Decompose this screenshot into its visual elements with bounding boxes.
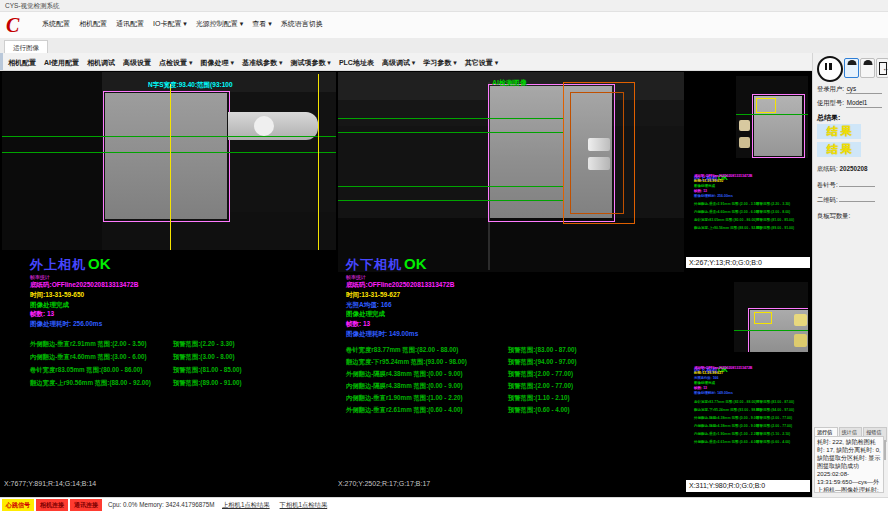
result-box-bottom: 结 果 [817,142,861,157]
guide-line-green [338,186,563,187]
logout-button[interactable]: ← [876,58,888,78]
guide-line-yellow [170,84,171,250]
log-scrollbar[interactable] [884,440,886,460]
measurement-row: 外侧翻边-垂直r2.91mm 范围:(2.00 - 3.50) 预警范围:(2.… [30,340,330,353]
camera-panel-bottom-right: 内下相机OK 底纸码:OFFline2025020813313472B时间:13… [686,270,810,492]
status-badge: 相机连接 [36,499,68,511]
qr-code-value [839,200,875,202]
overlay-info-left: 底纸码:OFFline2025020813313472B时间:13-31-59-… [30,280,138,329]
menu-item[interactable]: IO卡配置 ▾ [153,20,187,27]
guide-line-yellow [318,74,319,250]
toolbar-button[interactable]: 高级设置 [123,59,151,66]
roi-outline-pink [103,91,230,222]
guide-line-green [338,132,563,133]
admin-user-button[interactable] [860,58,875,78]
toolbar-accent [0,53,3,70]
camera-image-middle[interactable]: AI检测图像 [338,72,684,272]
measurement-row: 翻边宽度-下r95.24mm 范围:(93.00 - 98.00) 预警范围:(… [346,358,676,370]
toolbar-button[interactable]: 学习参数 ▾ [423,59,456,66]
app-window: CYS-视觉检测系统 C 系统配置相机配置通讯配置IO卡配置 ▾光源控制配置 ▾… [0,0,888,522]
run-log[interactable]: 耗时: 222, 缺陷检图耗时: 17, 缺陷分离耗时: 0, 缺陷提取分区耗时… [814,436,884,493]
guide-line-green [2,136,336,137]
app-logo-icon: C [6,14,36,38]
toolbar-button[interactable]: 高级调试 ▾ [382,59,415,66]
person-icon [863,59,872,65]
guide-line-green [338,200,563,201]
menu-items: 系统配置相机配置通讯配置IO卡配置 ▾光源控制配置 ▾查看 ▾系统语言切换 [42,19,332,29]
overlay-info-middle: 底纸码:OFFline2025020813313472B时间:13-31-59-… [346,280,454,339]
result-ok-label: OK [404,255,427,272]
window-title: CYS-视觉检测系统 [5,2,60,9]
camera-panel-left: N字S宽度:93.40:范围(93:100 外上相机OK 帧率统计 底纸码:OF… [2,72,336,492]
overlay-info-line: 帧数: 13 [346,319,454,329]
login-user-value: cys [846,85,882,94]
pixel-coords-left: X:7677;Y:891;R:14;G:14;B:14 [4,480,96,487]
overlay-info-line: 图像处理完成 [30,300,138,310]
qr-code-row: 二维码: [817,196,875,205]
camera-image-left[interactable]: N字S宽度:93.40:范围(93:100 [2,72,336,250]
camera-name-label: 外下相机 [346,257,402,272]
overlay-info-line: 底纸码:OFFline2025020813313472B [346,280,454,290]
result-box-top: 结 果 [817,124,861,139]
measurement-list-left: 外侧翻边-垂直r2.91mm 范围:(2.00 - 3.50) 预警范围:(2.… [30,340,330,392]
overlay-info-line: 光照A均值: 166 [346,300,454,310]
measurement-row: 内侧翻边-垂直r1.90mm 范围:(1.00 - 2.20) 预警范围:(1.… [346,394,676,406]
pixel-coords-bottom-right: X:311;Y:980;R:0;G:0;B:0 [686,480,810,492]
person-icon [847,59,856,65]
login-user-label: 登录用户: [817,85,844,92]
window-titlebar[interactable]: CYS-视觉检测系统 [0,0,888,12]
toolbar-button[interactable]: PLC地址表 [339,59,374,66]
toolbar-button[interactable]: AI使用配置 [44,59,79,66]
mini-measurements: 外侧翻边-垂直r2.91mm 范围:(2.00 - 3.50)预警范围:(2.2… [694,202,806,234]
menu-item[interactable]: 通讯配置 [116,20,144,27]
needle-no-row: 卷针号: [817,181,875,190]
spot-check-link[interactable]: 上相机1点检结果 [222,501,270,508]
toolbar-button[interactable]: 图像处理 ▾ [200,59,233,66]
menu-item[interactable]: 系统语言切换 [281,20,323,27]
total-result-label: 总结果: [817,113,840,123]
measurement-row: 翻边宽度-上r90.56mm 范围:(88.00 - 92.00) 预警范围:(… [30,379,330,392]
guide-line-green [338,118,563,119]
measure-annotation: N字S宽度:93.40:范围(93:100 [148,81,233,90]
toolbar-button[interactable]: 相机配置 [8,59,36,66]
tab-run-image[interactable]: 运行图像 [4,40,48,54]
mini-overlay-info: 底纸码:OFFline2025020813313472B时间:13-31-59-… [694,174,752,199]
toolbar-button[interactable]: 相机调试 [87,59,115,66]
spot-check-links: 上相机1点检结果下相机1点检结果 [222,501,337,510]
toolbar-button[interactable]: 测试项参数 ▾ [290,59,330,66]
toolbar-button[interactable]: 基准线参数 ▾ [242,59,282,66]
toolbar-button[interactable]: 点检设置 ▾ [159,59,192,66]
tab-strip [0,38,888,54]
camera-image-top-right[interactable] [736,76,808,158]
roi-outline-orange [570,92,624,214]
exit-arrow-icon: ← [882,64,888,73]
pause-button[interactable] [817,56,843,82]
menu-item[interactable]: 查看 ▾ [252,20,271,27]
mini-measurements: 卷针宽度r83.77mm 范围:(82.00 - 88.00)预警范围:(83.… [694,400,806,448]
menu-item[interactable]: 光源控制配置 ▾ [196,20,243,27]
menu-item[interactable]: 相机配置 [79,20,107,27]
ai-annotation: AI检测图像 [492,78,527,88]
status-badge: 通讯连接 [70,499,102,511]
login-user-row: 登录用户: cys [817,85,882,94]
measurement-row: 外侧翻边-隔膜r4.38mm 范围:(0.00 - 9.00) 预警范围:(2.… [346,370,676,382]
status-badges: 心跳信号相机连接通讯连接 [2,499,104,511]
cpu-memory-text: Cpu: 0.0% Memory: 3424.41796875M [108,501,214,508]
camera-image-bottom-right[interactable] [734,282,808,352]
menu-item[interactable]: 系统配置 [42,20,70,27]
overlay-info-line: 图像处理完成 [346,309,454,319]
result-ok-label: OK [88,255,111,272]
model-row: 使用型号: Model1 [817,99,882,108]
camera-panel-top-right: 内上相机OK 底纸码:OFFline2025020813313472B时间:13… [686,72,810,268]
measurement-row: 外侧翻边-垂直r2.61mm 范围:(0.60 - 4.00) 预警范围:(0.… [346,406,676,418]
spot-check-link[interactable]: 下相机1点检结果 [280,501,328,508]
toolbar-button[interactable]: 其它设置 ▾ [465,59,498,66]
overlay-info-line: 时间:13-31-59-627 [346,290,454,300]
user-login-button[interactable] [844,58,859,78]
overlay-info-line: 时间:13-31-59-650 [30,290,138,300]
good-count-row: 良板写数量: [817,212,850,221]
camera-panel-middle: AI检测图像 外下相机OK 帧率统计 底纸码:OFFline2025020813… [338,72,684,492]
status-badge: 心跳信号 [2,499,34,511]
measurement-row: 卷针宽度r83.05mm 范围:(80.00 - 86.00) 预警范围:(81… [30,366,330,379]
overlay-info-line: 帧数: 13 [30,309,138,319]
